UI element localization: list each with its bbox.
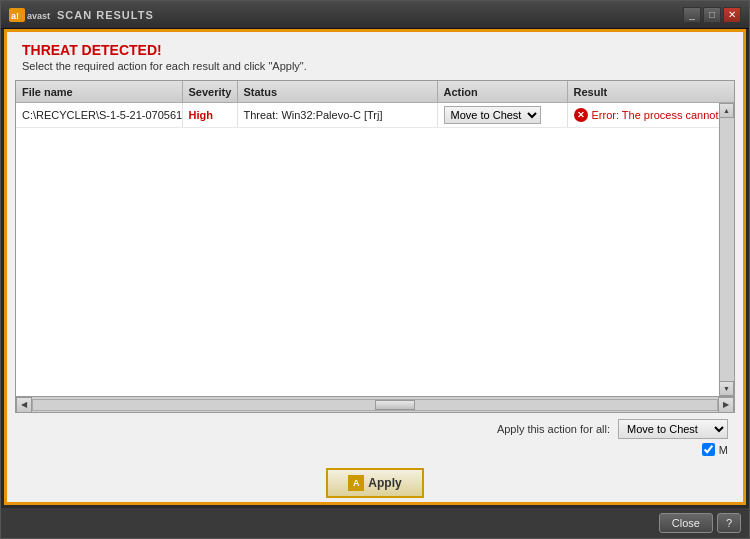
results-table: File name Severity Status Action Result bbox=[15, 80, 735, 413]
threat-subtitle: Select the required action for each resu… bbox=[22, 60, 728, 72]
threat-title: THREAT DETECTED! bbox=[22, 42, 728, 58]
bottom-bar: Close ? bbox=[1, 508, 749, 538]
checkbox-label: M bbox=[719, 444, 728, 456]
main-content: THREAT DETECTED! Select the required act… bbox=[4, 32, 746, 505]
hscroll-area: ◀ ▶ bbox=[16, 396, 734, 412]
hscroll-thumb[interactable] bbox=[375, 400, 415, 410]
footer-section: Apply this action for all: Move to Chest… bbox=[7, 413, 743, 464]
col-action: Action bbox=[438, 81, 568, 102]
cell-result: ✕ Error: The process cannot access... bbox=[568, 103, 735, 127]
row-action-select[interactable]: Move to Chest Delete No Action Repair bbox=[444, 106, 541, 124]
close-button[interactable]: Close bbox=[659, 513, 713, 533]
buttons-row: A Apply bbox=[7, 468, 743, 502]
col-status: Status bbox=[238, 81, 438, 102]
minimize-button[interactable]: _ bbox=[683, 7, 701, 23]
apply-button[interactable]: A Apply bbox=[326, 468, 423, 498]
col-filename: File name bbox=[16, 81, 183, 102]
window-close-button[interactable]: ✕ bbox=[723, 7, 741, 23]
checkbox-row: M bbox=[702, 443, 728, 456]
svg-text:avast!: avast! bbox=[27, 11, 51, 21]
header-section: THREAT DETECTED! Select the required act… bbox=[7, 32, 743, 80]
help-button[interactable]: ? bbox=[717, 513, 741, 533]
table-row: C:\RECYCLER\S-1-5-21-0705613400-33650813… bbox=[16, 103, 734, 128]
title-bar-controls: _ □ ✕ bbox=[683, 7, 741, 23]
col-result: Result bbox=[568, 81, 735, 102]
apply-all-checkbox[interactable] bbox=[702, 443, 715, 456]
title-bar: a! avast! SCAN RESULTS _ □ ✕ bbox=[1, 1, 749, 29]
avast-logo-icon: a! avast! bbox=[9, 6, 51, 24]
svg-text:a!: a! bbox=[11, 11, 19, 21]
hscroll-track bbox=[32, 399, 718, 411]
title-bar-text: SCAN RESULTS bbox=[57, 9, 154, 21]
col-severity: Severity bbox=[183, 81, 238, 102]
apply-all-select[interactable]: Move to Chest Delete No Action Repair bbox=[618, 419, 728, 439]
cell-status: Threat: Win32:Palevo-C [Trj] bbox=[238, 103, 438, 127]
title-bar-logo: a! avast! SCAN RESULTS bbox=[9, 6, 154, 24]
cell-filename: C:\RECYCLER\S-1-5-21-0705613400-33650813… bbox=[16, 103, 183, 127]
vscroll-track bbox=[719, 118, 734, 381]
apply-button-label: Apply bbox=[368, 476, 401, 490]
hscroll-left-button[interactable]: ◀ bbox=[16, 397, 32, 413]
apply-all-row: Apply this action for all: Move to Chest… bbox=[497, 419, 728, 439]
vscroll-up-button[interactable]: ▲ bbox=[719, 103, 734, 118]
error-icon: ✕ bbox=[574, 108, 588, 122]
table-header: File name Severity Status Action Result bbox=[16, 81, 734, 103]
hscroll-right-button[interactable]: ▶ bbox=[718, 397, 734, 413]
apply-all-label: Apply this action for all: bbox=[497, 423, 610, 435]
vscroll-down-button[interactable]: ▼ bbox=[719, 381, 734, 396]
cell-severity: High bbox=[183, 103, 238, 127]
cell-action: Move to Chest Delete No Action Repair bbox=[438, 103, 568, 127]
restore-button[interactable]: □ bbox=[703, 7, 721, 23]
table-scroll-area: C:\RECYCLER\S-1-5-21-0705613400-33650813… bbox=[16, 103, 734, 396]
main-window: a! avast! SCAN RESULTS _ □ ✕ THREAT DETE… bbox=[0, 0, 750, 539]
apply-icon: A bbox=[348, 475, 364, 491]
